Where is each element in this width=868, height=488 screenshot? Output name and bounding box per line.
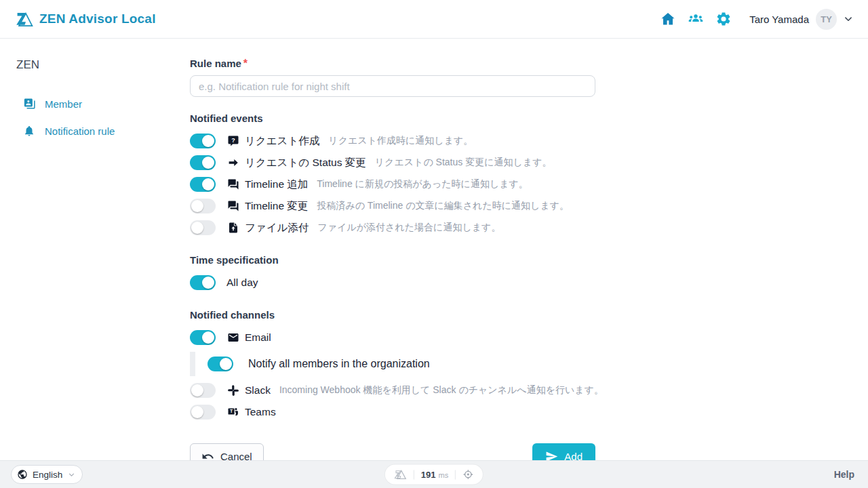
- app-title: ZEN Advisor Local: [39, 12, 156, 26]
- sidebar: ZEN Member Notification rule: [0, 39, 190, 460]
- event-row-request-create: ? リクエスト作成 リクエスト作成時に通知します。: [190, 130, 595, 152]
- home-icon[interactable]: [660, 11, 676, 27]
- event-label: リクエストの Status 変更: [245, 156, 366, 170]
- chevron-down-icon: [67, 470, 76, 479]
- event-description: 投稿済みの Timeline の文章に編集された時に通知します。: [317, 200, 569, 212]
- help-link[interactable]: Help: [834, 469, 854, 480]
- time-specification-label: Time specification: [190, 254, 595, 266]
- all-day-row: All day: [190, 272, 595, 293]
- event-label: ファイル添付: [245, 221, 309, 235]
- arrow-right-icon: [227, 157, 239, 169]
- event-description: Timeline に新規の投稿があった時に通知します。: [317, 178, 528, 190]
- toggle-timeline-add[interactable]: [190, 177, 216, 192]
- rule-name-input[interactable]: [190, 75, 595, 97]
- sidebar-item-label: Notification rule: [45, 125, 115, 137]
- divider: [455, 470, 456, 479]
- footer: English 191 ms Help: [0, 460, 868, 488]
- bell-icon: [23, 125, 35, 137]
- required-asterisk: *: [243, 58, 248, 69]
- chat-bubbles-icon: [227, 200, 239, 212]
- indent-bar: [190, 352, 195, 376]
- language-selector[interactable]: English: [11, 465, 83, 484]
- notify-all-label: Notify all members in the organization: [248, 358, 430, 370]
- speech-question-icon: ?: [227, 135, 239, 147]
- divider: [414, 470, 414, 479]
- toggle-notify-all[interactable]: [208, 357, 233, 371]
- all-day-label: All day: [226, 277, 258, 289]
- channel-label: Slack: [245, 384, 271, 396]
- sidebar-section-title: ZEN: [16, 58, 190, 72]
- notified-channels-label: Notified channels: [190, 309, 595, 321]
- user-name: Taro Yamada: [749, 14, 809, 25]
- channel-row-slack: Slack Incoming Webhook 機能を利用して Slack のチャ…: [190, 380, 595, 401]
- svg-text:T: T: [230, 409, 233, 414]
- zen-logo-gray-icon: [394, 468, 407, 481]
- toggle-teams[interactable]: [190, 405, 216, 420]
- zen-logo-icon: [15, 10, 33, 28]
- app-header: ZEN Advisor Local Taro Yamada TY: [0, 0, 868, 39]
- people-icon[interactable]: [688, 11, 704, 27]
- member-card-icon: [23, 98, 35, 110]
- channel-row-teams: T Teams: [190, 401, 595, 423]
- notify-all-row: Notify all members in the organization: [190, 352, 595, 376]
- latency-value: 191: [421, 470, 436, 480]
- chat-bubbles-icon: [227, 178, 239, 190]
- gear-icon[interactable]: [715, 11, 732, 27]
- event-row-file-attach: ファイル添付 ファイルが添付された場合に通知します。: [190, 217, 595, 239]
- channel-label: Teams: [245, 406, 276, 418]
- notification-rule-form: Rule name* Notified events ? リクエスト作成 リクエ…: [190, 39, 595, 460]
- toggle-timeline-edit[interactable]: [190, 199, 216, 214]
- event-description: リクエストの Status 変更に通知します。: [375, 157, 552, 169]
- teams-icon: T: [227, 406, 239, 418]
- email-icon: [227, 331, 239, 344]
- globe-icon: [17, 469, 28, 480]
- app-logo-link[interactable]: ZEN Advisor Local: [15, 10, 156, 28]
- toggle-request-status-change[interactable]: [190, 155, 216, 170]
- crosshair-icon: [462, 469, 474, 481]
- channel-row-email: Email: [190, 327, 595, 348]
- slack-icon: [227, 384, 239, 396]
- notified-events-label: Notified events: [190, 113, 595, 124]
- toggle-all-day[interactable]: [190, 275, 216, 290]
- event-description: ファイルが添付された場合に通知します。: [317, 222, 500, 234]
- event-description: リクエスト作成時に通知します。: [328, 135, 473, 147]
- sidebar-item-notification-rule[interactable]: Notification rule: [16, 117, 190, 144]
- chevron-down-icon[interactable]: [842, 13, 854, 25]
- channel-label: Email: [245, 331, 271, 344]
- latency-unit: ms: [439, 470, 449, 479]
- toggle-file-attach[interactable]: [190, 220, 216, 235]
- rule-name-label: Rule name: [190, 58, 241, 69]
- channel-description: Incoming Webhook 機能を利用して Slack のチャンネルへ通知…: [279, 384, 604, 396]
- language-label: English: [33, 470, 62, 480]
- toggle-slack[interactable]: [190, 383, 216, 398]
- event-row-request-status-change: リクエストの Status 変更 リクエストの Status 変更に通知します。: [190, 152, 595, 174]
- event-label: Timeline 変更: [245, 199, 308, 214]
- sidebar-item-label: Member: [45, 98, 82, 110]
- event-row-timeline-add: Timeline 追加 Timeline に新規の投稿があった時に通知します。: [190, 174, 595, 195]
- toggle-request-create[interactable]: [190, 134, 216, 148]
- avatar[interactable]: TY: [816, 9, 837, 30]
- file-attach-icon: [227, 222, 239, 234]
- event-label: リクエスト作成: [245, 134, 319, 148]
- toggle-email[interactable]: [190, 330, 216, 345]
- sidebar-item-member[interactable]: Member: [16, 90, 190, 117]
- latency-status[interactable]: 191 ms: [385, 465, 483, 485]
- event-label: Timeline 追加: [245, 178, 308, 192]
- event-row-timeline-edit: Timeline 変更 投稿済みの Timeline の文章に編集された時に通知…: [190, 195, 595, 217]
- svg-text:?: ?: [231, 137, 235, 144]
